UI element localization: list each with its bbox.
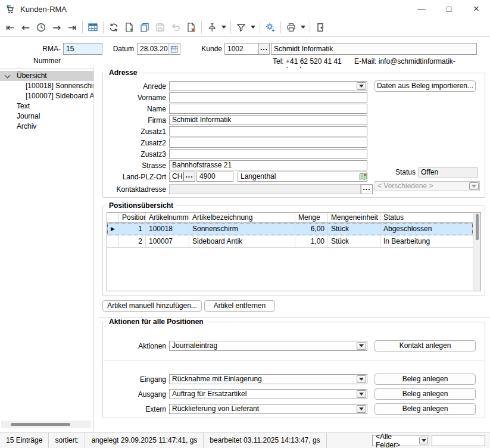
verschiedene-combobox: < Verschiedene >: [374, 181, 480, 191]
tree-item-uebersicht[interactable]: Übersicht: [0, 71, 93, 81]
filter-dropdown-button[interactable]: [249, 20, 257, 35]
chevron-down-icon: [251, 26, 255, 29]
table-row[interactable]: 2 100007 Sideboard Antik 1,00 Stück In B…: [107, 235, 473, 248]
nav-next-button[interactable]: →: [49, 20, 64, 35]
column-header-status[interactable]: Status: [380, 213, 473, 222]
create-document-extern-button[interactable]: Beleg anlegen: [374, 403, 476, 415]
zusatz3-field[interactable]: [169, 149, 367, 159]
positions-table: Position Artikelnummer Artikelbezeichnun…: [107, 212, 481, 291]
extern-label: Extern: [103, 405, 169, 413]
history-button[interactable]: [33, 20, 49, 35]
delete-record-button[interactable]: [183, 20, 199, 35]
create-document-ausgang-button[interactable]: Beleg anlegen: [374, 388, 476, 400]
rma-number-field[interactable]: 15: [63, 43, 102, 55]
chevron-down-icon: [422, 439, 426, 442]
maximize-button[interactable]: □: [435, 0, 463, 18]
map-icon: [359, 172, 367, 181]
settings-add-button[interactable]: [263, 20, 278, 35]
extern-dropdown-button[interactable]: [357, 405, 366, 413]
table-row[interactable]: ▶ 1 100018 Sonnenschirm 6,00 Stück Abges…: [107, 223, 473, 235]
filter-button[interactable]: [233, 20, 249, 35]
zusatz1-field[interactable]: [169, 126, 367, 136]
save-record-button: [152, 20, 168, 35]
refresh-button[interactable]: [106, 20, 121, 35]
table-view-button[interactable]: [85, 20, 101, 35]
eingang-combobox[interactable]: Rücknahme mit Einlagerung: [169, 374, 367, 384]
eingang-dropdown-button[interactable]: [357, 375, 366, 383]
create-contact-button[interactable]: Kontakt anlegen: [374, 340, 476, 351]
address-group-label: Adresse: [107, 69, 139, 77]
plz-field[interactable]: 4900: [196, 172, 233, 182]
vorname-label: Vorname: [103, 94, 169, 102]
status-label: Status: [374, 167, 416, 178]
positions-groupbox: Positionsübersicht Position Artikelnumme…: [102, 206, 485, 296]
customer-number-field[interactable]: 1002: [224, 43, 259, 55]
all-fields-dropdown-button[interactable]: [419, 437, 428, 444]
tree-item-label: Archiv: [17, 122, 36, 130]
zusatz3-label: Zusatz3: [103, 150, 169, 158]
tree-item-text[interactable]: Text: [0, 101, 93, 111]
ausgang-dropdown-button[interactable]: [357, 390, 366, 398]
vorname-field[interactable]: [169, 92, 367, 102]
tree-item-position-100007[interactable]: [100007] Sideboard Antik: [0, 91, 93, 101]
anrede-combobox[interactable]: [169, 81, 367, 91]
column-header-mengeneinheit[interactable]: Mengeneinheit: [328, 213, 380, 222]
customer-browse-button[interactable]: ...: [258, 43, 270, 55]
column-header-menge[interactable]: Menge: [295, 213, 328, 222]
close-button[interactable]: ×: [463, 0, 490, 18]
sidebar-horizontal-scrollbar[interactable]: [1, 421, 91, 428]
land-field[interactable]: CH: [169, 172, 183, 182]
new-record-button[interactable]: [121, 20, 137, 35]
name-field[interactable]: [169, 104, 367, 114]
table-vertical-scrollbar[interactable]: [473, 213, 480, 291]
cell-status: In Bearbeitung: [380, 235, 473, 247]
quick-search-input[interactable]: [432, 435, 485, 446]
minimize-button[interactable]: —: [408, 0, 435, 18]
print-button[interactable]: [283, 20, 299, 35]
kontaktadresse-browse-button[interactable]: ...: [361, 184, 373, 194]
create-document-eingang-button[interactable]: Beleg anlegen: [374, 374, 476, 385]
tree-item-position-100018[interactable]: [100018] Sonnenschirm: [0, 81, 93, 91]
nav-previous-button[interactable]: ←: [18, 20, 33, 35]
cell-mengeneinheit: Stück: [328, 235, 380, 247]
copy-record-button[interactable]: [137, 20, 152, 35]
map-button[interactable]: [359, 172, 368, 181]
print-dropdown-button[interactable]: [299, 20, 307, 35]
strasse-field[interactable]: Bahnhofstrasse 21: [169, 160, 367, 170]
extern-combobox[interactable]: Rücklieferung von Lieferant: [169, 404, 367, 414]
pin-dropdown-button[interactable]: [220, 20, 228, 35]
aktionen-dropdown-button[interactable]: [357, 342, 366, 350]
tree-item-journal[interactable]: Journal: [0, 111, 93, 122]
firma-field[interactable]: Schmidt Informatik: [169, 115, 367, 125]
rma-number-label: RMA-Nummer: [17, 43, 61, 55]
tree-item-archiv[interactable]: Archiv: [0, 122, 93, 132]
actions-groupbox: Aktionen für alle Positionen Aktionen Jo…: [102, 322, 485, 418]
ort-field[interactable]: Langenthal: [238, 172, 367, 182]
anrede-dropdown-button[interactable]: [357, 82, 366, 90]
column-header-artikelbezeichnung[interactable]: Artikelbezeichnung: [189, 213, 295, 222]
remove-article-button[interactable]: Artikel entfernen: [204, 300, 275, 312]
chevron-down-icon: [359, 378, 364, 381]
calendar-icon: [170, 45, 178, 53]
nav-last-icon: ⇥: [68, 21, 76, 33]
chevron-down-icon: [472, 185, 476, 188]
ausgang-combobox[interactable]: Auftrag für Ersatzartikel: [169, 389, 367, 399]
scrollbar-thumb[interactable]: [476, 214, 479, 240]
chevron-down-icon: [221, 26, 226, 29]
aktionen-combobox[interactable]: Journaleintrag: [169, 341, 367, 351]
delete-record-icon: [186, 22, 196, 33]
all-fields-value: <Alle Felder>: [373, 433, 419, 448]
date-picker-button[interactable]: [168, 44, 179, 54]
exit-button[interactable]: [313, 20, 328, 35]
zusatz2-field[interactable]: [169, 138, 367, 148]
nav-first-button[interactable]: ⇤: [2, 20, 18, 35]
column-header-artikelnummer[interactable]: Artikelnummer: [146, 213, 189, 222]
all-fields-combobox[interactable]: <Alle Felder>: [372, 435, 429, 446]
import-from-document-button[interactable]: Daten aus Beleg importieren...: [374, 80, 476, 92]
scrollbar-thumb[interactable]: [11, 423, 70, 426]
land-browse-button[interactable]: ...: [183, 172, 195, 182]
column-header-position[interactable]: Position: [119, 213, 146, 222]
pin-button[interactable]: [204, 20, 220, 35]
nav-last-button[interactable]: ⇥: [64, 20, 80, 35]
add-article-button[interactable]: Artikel manuell hinzufügen...: [102, 300, 202, 312]
